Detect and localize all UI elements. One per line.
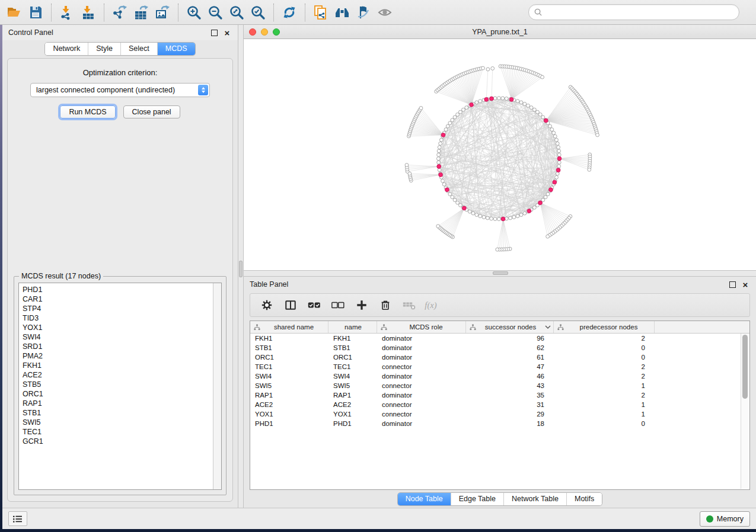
table-row[interactable]: ORC1ORC1dominator610 — [250, 352, 749, 362]
table-row[interactable]: RAP1RAP1dominator352 — [250, 390, 749, 400]
close-mcds-panel-button[interactable]: Close panel — [123, 105, 180, 118]
table-cell[interactable]: dominator — [377, 392, 466, 399]
table-cell[interactable]: ACE2 — [328, 401, 377, 408]
tab-network[interactable]: Network — [45, 43, 88, 55]
table-cell[interactable]: SWI5 — [328, 382, 377, 389]
import-table-icon[interactable] — [79, 3, 98, 22]
table-cell[interactable]: STB1 — [328, 344, 377, 351]
toggle-graphics-details-icon[interactable] — [354, 3, 373, 22]
table-scrollbar-thumb[interactable] — [742, 335, 748, 399]
table-cell[interactable]: dominator — [377, 373, 466, 380]
table-cell[interactable]: PHD1 — [250, 420, 328, 427]
run-mcds-button[interactable]: Run MCDS — [60, 105, 115, 118]
mcds-result-item[interactable]: CAR1 — [23, 294, 213, 304]
import-network-icon[interactable] — [58, 3, 76, 22]
table-cell[interactable]: dominator — [377, 344, 466, 351]
mcds-list-scrollbar[interactable] — [213, 283, 221, 489]
table-cell[interactable]: 1 — [554, 382, 655, 389]
settings-icon[interactable] — [257, 296, 277, 314]
table-cell[interactable]: YOX1 — [328, 411, 377, 418]
table-cell[interactable]: ORC1 — [250, 354, 328, 361]
table-cell[interactable]: 2 — [554, 373, 655, 380]
table-cell[interactable]: 0 — [554, 344, 655, 351]
memory-button[interactable]: Memory — [700, 511, 750, 527]
table-cell[interactable]: STB1 — [250, 344, 328, 351]
column-header-MCDS-role[interactable]: MCDS role — [377, 321, 466, 333]
zoom-in-icon[interactable] — [184, 3, 203, 22]
table-cell[interactable]: 35 — [466, 392, 554, 399]
split-columns-icon[interactable] — [280, 296, 301, 314]
table-cell[interactable]: 31 — [466, 401, 554, 408]
search-box[interactable] — [528, 4, 739, 20]
mcds-result-item[interactable]: GCR1 — [23, 437, 213, 446]
horizontal-splitter-grip[interactable] — [493, 271, 508, 275]
table-cell[interactable]: TEC1 — [328, 363, 377, 370]
table-cell[interactable]: 46 — [466, 373, 554, 380]
table-cell[interactable]: connector — [377, 401, 466, 408]
network-canvas[interactable] — [244, 39, 756, 270]
mcds-result-item[interactable]: YOX1 — [23, 323, 213, 332]
table-cell[interactable]: SWI5 — [250, 382, 328, 389]
table-row[interactable]: FKH1FKH1dominator962 — [250, 334, 749, 343]
task-history-button[interactable] — [8, 511, 27, 526]
optimization-criterion-select[interactable]: largest connected component (undirected) — [30, 83, 210, 97]
close-window-icon[interactable] — [249, 28, 256, 36]
table-cell[interactable]: 29 — [466, 411, 554, 418]
float-panel-button[interactable] — [209, 28, 219, 37]
table-row[interactable]: SWI5SWI5connector431 — [250, 381, 749, 390]
export-table-icon[interactable] — [132, 3, 151, 22]
deselect-all-icon[interactable] — [328, 296, 348, 314]
table-cell[interactable]: RAP1 — [250, 392, 328, 399]
table-close-button[interactable]: × — [741, 280, 750, 289]
table-cell[interactable]: 1 — [554, 401, 655, 408]
delete-icon[interactable] — [375, 296, 395, 314]
table-cell[interactable]: dominator — [377, 420, 466, 427]
mcds-result-item[interactable]: STP4 — [23, 304, 213, 313]
mcds-result-item[interactable]: ORC1 — [23, 389, 213, 399]
table-cell[interactable]: 62 — [466, 344, 554, 351]
table-cell[interactable]: dominator — [377, 335, 466, 342]
mcds-result-item[interactable]: RAP1 — [23, 399, 213, 408]
tab-node-table[interactable]: Node Table — [398, 493, 451, 505]
table-row[interactable]: TEC1TEC1connector472 — [250, 362, 749, 371]
tab-network-table[interactable]: Network Table — [503, 493, 566, 505]
tab-motifs[interactable]: Motifs — [566, 493, 602, 505]
table-cell[interactable]: PHD1 — [328, 420, 377, 427]
zoom-selected-icon[interactable] — [248, 3, 267, 22]
tab-edge-table[interactable]: Edge Table — [451, 493, 503, 505]
table-cell[interactable]: 2 — [554, 392, 655, 399]
table-cell[interactable]: SWI4 — [328, 373, 377, 380]
table-cell[interactable]: 0 — [554, 354, 655, 361]
table-cell[interactable]: dominator — [377, 354, 466, 361]
save-session-icon[interactable] — [26, 3, 45, 22]
table-cell[interactable]: ACE2 — [250, 401, 328, 408]
add-icon[interactable] — [352, 296, 372, 314]
table-row[interactable]: YOX1YOX1connector291 — [250, 409, 749, 419]
close-panel-button[interactable]: × — [222, 28, 232, 37]
table-cell[interactable]: FKH1 — [250, 335, 328, 342]
mcds-result-item[interactable]: FKH1 — [23, 361, 213, 370]
network-graph[interactable] — [244, 39, 756, 270]
table-cell[interactable]: 61 — [466, 354, 554, 361]
table-cell[interactable]: 2 — [554, 363, 655, 370]
mcds-result-item[interactable]: TEC1 — [23, 427, 213, 437]
mcds-result-item[interactable]: SRD1 — [23, 342, 213, 351]
tab-style[interactable]: Style — [88, 43, 120, 55]
table-cell[interactable]: FKH1 — [328, 335, 377, 342]
table-cell[interactable]: TEC1 — [250, 363, 328, 370]
table-cell[interactable]: connector — [377, 382, 466, 389]
column-header-name[interactable]: name — [328, 321, 377, 333]
refresh-icon[interactable] — [280, 3, 299, 22]
mcds-result-item[interactable]: PHD1 — [23, 285, 213, 294]
vertical-splitter[interactable] — [238, 25, 244, 508]
table-row[interactable]: PHD1PHD1dominator180 — [250, 419, 749, 428]
horizontal-splitter[interactable] — [244, 270, 756, 277]
show-hide-icon[interactable] — [375, 3, 394, 22]
export-image-icon[interactable] — [153, 3, 172, 22]
zoom-fit-icon[interactable] — [227, 3, 246, 22]
zoom-out-icon[interactable] — [206, 3, 225, 22]
mcds-result-item[interactable]: ACE2 — [23, 370, 213, 380]
open-session-icon[interactable] — [5, 3, 24, 22]
table-cell[interactable]: 2 — [554, 335, 655, 342]
table-cell[interactable]: ORC1 — [328, 354, 377, 361]
